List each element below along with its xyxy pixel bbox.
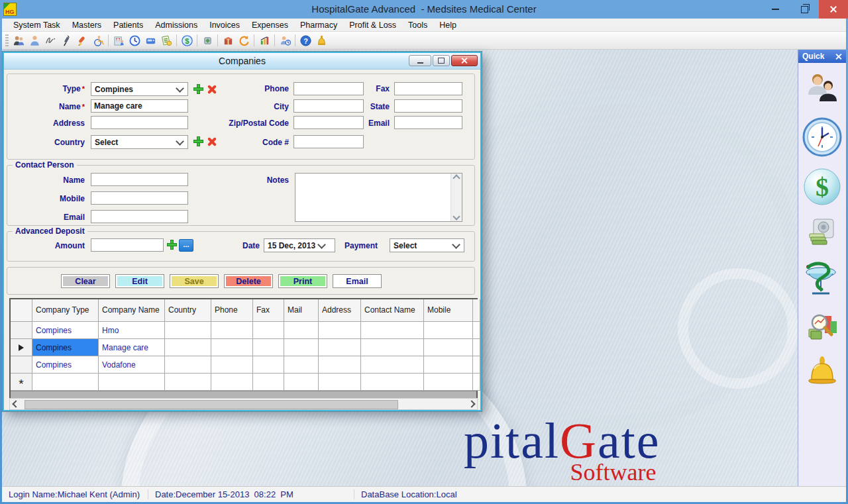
add-country-icon[interactable] (193, 136, 203, 146)
code-input[interactable] (293, 135, 364, 148)
cell-company-type[interactable]: Compines (32, 356, 99, 374)
table-row[interactable]: Compines Vodafone (11, 356, 476, 374)
menu-admissions[interactable]: Admissions (149, 21, 203, 30)
email-button[interactable]: Email (333, 274, 382, 288)
table-row-selected[interactable]: Compines Manage care (11, 339, 476, 356)
cell-empty[interactable] (319, 356, 361, 374)
wheelchair-icon[interactable] (90, 33, 106, 48)
cell-empty[interactable] (32, 374, 99, 391)
syringe-icon[interactable] (58, 33, 74, 48)
cell-empty[interactable] (284, 322, 319, 339)
fax-input[interactable] (394, 82, 462, 95)
delete-type-icon[interactable] (207, 84, 217, 94)
notes-scrollbar[interactable] (450, 174, 462, 221)
name-input[interactable] (91, 99, 188, 113)
cell-empty[interactable] (319, 339, 361, 356)
cell-empty[interactable] (165, 356, 211, 374)
phone-input[interactable] (293, 82, 364, 95)
cell-empty[interactable] (284, 356, 319, 374)
clock-quick-icon[interactable] (802, 117, 842, 157)
dialog-close-button[interactable] (451, 55, 478, 66)
menu-masters[interactable]: Masters (66, 21, 107, 30)
delete-country-icon[interactable] (207, 136, 217, 146)
clock-icon[interactable] (127, 33, 142, 48)
patients-icon[interactable] (11, 33, 26, 48)
cell-empty[interactable] (424, 356, 473, 374)
clear-button[interactable]: Clear (61, 274, 110, 288)
edit-button[interactable]: Edit (115, 274, 164, 288)
cell-empty[interactable] (319, 322, 361, 339)
col-fax[interactable]: Fax (253, 299, 284, 322)
cell-empty[interactable] (165, 339, 211, 356)
staff-icon[interactable] (804, 71, 840, 107)
pen-icon[interactable] (74, 33, 90, 48)
amount-input[interactable] (91, 238, 164, 252)
city-input[interactable] (293, 99, 364, 113)
col-address[interactable]: Address (319, 299, 361, 322)
pharmacy-box-icon[interactable] (199, 33, 215, 48)
help-icon[interactable]: ? (297, 33, 313, 48)
hospital-icon[interactable] (111, 33, 127, 48)
type-combobox[interactable]: Compines (91, 82, 188, 96)
cash-box-icon[interactable] (807, 217, 837, 247)
quick-close-icon[interactable] (835, 53, 842, 60)
staff-schedule-icon[interactable] (277, 33, 293, 48)
add-amount-icon[interactable] (167, 240, 177, 250)
cell-empty[interactable] (165, 374, 211, 391)
state-input[interactable] (394, 99, 462, 113)
dialog-minimize-button[interactable] (409, 55, 431, 66)
row-selector-cell[interactable] (11, 339, 32, 356)
payment-combobox[interactable]: Select (390, 238, 464, 252)
date-combobox[interactable]: 15 Dec, 2013 (264, 238, 335, 252)
cell-empty[interactable] (424, 339, 473, 356)
country-combobox[interactable]: Select (91, 135, 188, 149)
col-company-name[interactable]: Company Name (99, 299, 165, 322)
col-phone[interactable]: Phone (211, 299, 253, 322)
table-hscrollbar[interactable] (9, 398, 478, 410)
sales-chart-icon[interactable] (256, 33, 272, 48)
menu-pharmacy[interactable]: Pharmacy (294, 21, 343, 30)
print-button[interactable]: Print (278, 274, 327, 288)
row-selector-cell[interactable] (11, 356, 32, 374)
col-contact-name[interactable]: Contact Name (361, 299, 424, 322)
menu-invoices[interactable]: Invoices (203, 21, 246, 30)
reports-icon[interactable] (805, 311, 839, 345)
pharmacy-quick-icon[interactable] (803, 258, 841, 300)
dialog-maximize-button[interactable] (433, 55, 450, 66)
hscroll-thumb[interactable] (25, 400, 398, 409)
table-row[interactable]: Compines Hmo (11, 322, 476, 339)
cell-company-type[interactable]: Compines (32, 322, 99, 339)
cell-empty[interactable] (211, 322, 253, 339)
cell-company-name[interactable]: Manage care (99, 339, 165, 356)
contact-email-input[interactable] (91, 210, 188, 223)
cell-company-type[interactable]: Compines (32, 339, 99, 356)
menu-patients[interactable]: Patients (107, 21, 149, 30)
cell-empty[interactable] (211, 356, 253, 374)
table-new-row[interactable]: * (11, 374, 476, 391)
zip-input[interactable] (293, 116, 364, 129)
browse-button[interactable]: ... (179, 239, 193, 252)
fax-icon[interactable] (142, 33, 158, 48)
undo-icon[interactable] (236, 33, 252, 48)
menu-expenses[interactable]: Expenses (246, 21, 294, 30)
minimize-button[interactable] (761, 0, 790, 19)
bell-icon[interactable] (313, 33, 329, 48)
add-type-icon[interactable] (193, 84, 203, 94)
cell-empty[interactable] (361, 374, 424, 391)
cell-empty[interactable] (284, 374, 319, 391)
notes-textarea[interactable] (295, 173, 462, 222)
cell-empty[interactable] (211, 374, 253, 391)
contact-name-input[interactable] (91, 173, 188, 186)
menu-help[interactable]: Help (433, 21, 462, 30)
cell-empty[interactable] (253, 356, 284, 374)
money-icon[interactable]: $ (179, 33, 195, 48)
alerts-icon[interactable] (805, 356, 839, 394)
patient-icon[interactable] (26, 33, 42, 48)
cell-empty[interactable] (361, 356, 424, 374)
scroll-right-icon[interactable] (466, 399, 477, 409)
row-selector-cell[interactable]: * (11, 374, 32, 391)
cell-empty[interactable] (165, 322, 211, 339)
cell-empty[interactable] (211, 339, 253, 356)
restore-button[interactable] (790, 0, 819, 19)
cell-empty[interactable] (319, 374, 361, 391)
